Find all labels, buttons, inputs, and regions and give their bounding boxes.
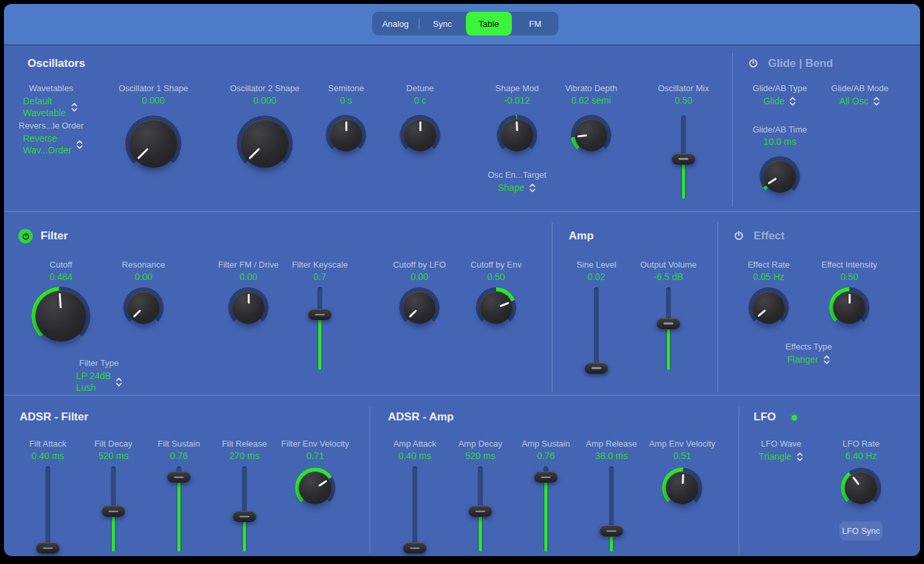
stepper-icon xyxy=(796,452,803,462)
power-icon xyxy=(22,232,30,241)
lfo-wave-block: LFO Wave Triangle xyxy=(742,439,820,462)
filt-sustain-slider[interactable] xyxy=(166,466,192,552)
reverse-order-select[interactable]: ReverseWav...Order xyxy=(15,132,83,156)
resonance-label: Resonance xyxy=(122,260,165,270)
glide-type-block: Glide/AB Type Glide xyxy=(741,83,819,107)
glide-mode-select[interactable]: All Osc xyxy=(839,95,880,107)
power-icon xyxy=(733,230,744,241)
cutoff-by-lfo-control: Cutoff by LFO 0.00 xyxy=(380,260,459,328)
retro-synth-window-frame: Analog Sync Table FM Oscillators Glide |… xyxy=(0,0,924,564)
amp-attack-slider[interactable] xyxy=(402,466,428,552)
filter-fm-drive-knob[interactable] xyxy=(228,287,269,328)
semitone-value: 0 s xyxy=(340,95,353,106)
filter-type-value: LP 24dBLush xyxy=(76,370,111,393)
filter-type-select[interactable]: LP 24dBLush xyxy=(63,370,123,393)
semitone-control: Semitone 0 s xyxy=(307,83,385,155)
cutoff-by-env-knob[interactable] xyxy=(476,287,516,328)
lfo-sync-button[interactable]: LFO Sync xyxy=(839,521,883,540)
filter-env-velocity-knob[interactable] xyxy=(295,468,336,508)
filter-power-button[interactable] xyxy=(18,229,33,243)
filter-keyscale-slider[interactable] xyxy=(307,287,333,370)
knob-pointer xyxy=(500,118,535,153)
slider-fill xyxy=(545,477,548,552)
cutoff-by-lfo-knob[interactable] xyxy=(399,287,440,328)
stepper-icon xyxy=(71,102,78,112)
knob-pointer xyxy=(665,471,700,506)
cutoff-knob[interactable] xyxy=(31,287,90,346)
filter-env-velocity-control: Filter Env Velocity 0.71 xyxy=(276,439,355,508)
slider-handle[interactable] xyxy=(600,525,623,536)
filter-row: Filter Amp Effect Cutoff 0.484 Resonance… xyxy=(4,211,920,395)
mode-tab-bar: Analog Sync Table FM xyxy=(4,4,920,45)
filter-type-label: Filter Type xyxy=(79,358,119,369)
tab-analog[interactable]: Analog xyxy=(372,12,419,35)
amp-env-velocity-value: 0.51 xyxy=(673,451,691,462)
lfo-active-led xyxy=(792,415,797,420)
osc2-shape-knob[interactable] xyxy=(237,115,293,172)
lfo-title: LFO xyxy=(754,411,776,424)
osc-env-target-select[interactable]: Shape xyxy=(498,182,536,193)
tab-table[interactable]: Table xyxy=(466,12,512,35)
adsr-row: ADSR - Filter ADSR - Amp LFO Filt Attack… xyxy=(4,395,920,556)
resonance-knob[interactable] xyxy=(123,287,164,328)
amp-sustain-slider[interactable] xyxy=(533,466,559,552)
amp-env-velocity-knob[interactable] xyxy=(662,468,703,508)
glide-bend-title: Glide | Bend xyxy=(768,57,833,70)
lfo-rate-knob[interactable] xyxy=(841,468,881,508)
shape-mod-knob[interactable] xyxy=(497,115,537,155)
slider-fill xyxy=(479,512,482,552)
cutoff-value: 0.484 xyxy=(49,272,72,283)
slider-handle[interactable] xyxy=(585,363,608,374)
filt-release-control: Filt Release 270 ms xyxy=(205,439,284,552)
knob-pointer xyxy=(404,119,436,151)
slider-handle[interactable] xyxy=(102,506,125,517)
tab-sync[interactable]: Sync xyxy=(419,12,466,35)
effect-rate-label: Effect Rate xyxy=(748,260,790,270)
section-divider-adsr-amp xyxy=(370,407,370,553)
tab-fm[interactable]: FM xyxy=(512,12,558,35)
amp-release-slider[interactable] xyxy=(598,466,625,552)
glide-power-button[interactable] xyxy=(748,58,759,69)
vibrato-depth-knob[interactable] xyxy=(571,115,611,155)
slider-handle[interactable] xyxy=(534,472,558,483)
lfo-wave-select[interactable]: Triangle xyxy=(759,451,803,462)
filt-release-slider[interactable] xyxy=(231,466,258,552)
oscillators-row: Oscillators Glide | Bend Wavetables Defa… xyxy=(4,45,920,211)
stepper-icon xyxy=(115,377,123,387)
amp-decay-slider[interactable] xyxy=(467,466,493,552)
sine-level-slider[interactable] xyxy=(583,287,609,370)
stepper-icon xyxy=(76,140,83,150)
effect-rate-knob[interactable] xyxy=(748,287,789,328)
glide-time-knob[interactable] xyxy=(760,156,800,197)
slider-handle[interactable] xyxy=(469,506,492,517)
slider-handle[interactable] xyxy=(308,309,332,320)
osc1-shape-label: Oscillator 1 Shape xyxy=(119,83,188,94)
amp-decay-label: Amp Decay xyxy=(458,439,502,449)
semitone-knob[interactable] xyxy=(326,115,366,155)
slider-track xyxy=(46,466,50,552)
slider-handle[interactable] xyxy=(403,542,427,554)
slider-handle[interactable] xyxy=(672,153,695,165)
knob-pointer xyxy=(33,289,88,343)
oscillator-mix-slider[interactable] xyxy=(670,115,697,199)
filt-decay-slider[interactable] xyxy=(100,466,126,552)
detune-knob[interactable] xyxy=(400,115,440,155)
wavetable-select[interactable]: DefaultWavetable xyxy=(15,95,78,119)
knob-pointer xyxy=(231,110,299,178)
slider-handle[interactable] xyxy=(233,511,256,522)
slider-handle[interactable] xyxy=(36,542,60,554)
osc1-shape-knob[interactable] xyxy=(125,115,182,172)
output-volume-slider[interactable] xyxy=(655,287,682,370)
slider-handle[interactable] xyxy=(167,472,191,483)
output-volume-value: -6.5 dB xyxy=(653,272,683,283)
lfo-sync-label: LFO Sync xyxy=(842,526,880,536)
output-volume-label: Output Volume xyxy=(640,260,697,270)
effect-intensity-knob[interactable] xyxy=(829,287,870,328)
slider-fill xyxy=(318,315,322,370)
glide-mode-block: Glide/AB Mode All Osc xyxy=(820,83,899,107)
slider-handle[interactable] xyxy=(657,318,680,329)
effect-power-button[interactable] xyxy=(733,230,744,241)
filt-attack-slider[interactable] xyxy=(35,466,61,552)
effects-type-select[interactable]: Flanger xyxy=(787,353,830,365)
glide-type-select[interactable]: Glide xyxy=(763,95,797,107)
